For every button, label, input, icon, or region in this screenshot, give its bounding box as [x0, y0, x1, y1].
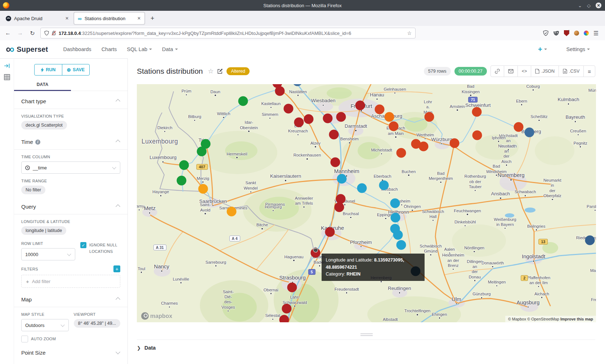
- tab-data[interactable]: DATA: [14, 78, 71, 91]
- scatter-point[interactable]: [294, 117, 304, 127]
- run-button[interactable]: RUN: [35, 64, 62, 75]
- map-canvas[interactable]: Longitude and Latitude: 8.1359273095, 48…: [137, 84, 596, 322]
- section-map[interactable]: Map: [21, 288, 120, 307]
- favorite-star-icon[interactable]: ☆: [208, 67, 214, 75]
- scatter-point[interactable]: [472, 107, 481, 117]
- scatter-point[interactable]: [275, 86, 284, 96]
- scatter-point[interactable]: [357, 183, 367, 193]
- nav-data[interactable]: Data: [162, 46, 178, 52]
- scatter-point[interactable]: [355, 100, 365, 110]
- add-filter-plus-button[interactable]: +: [113, 265, 120, 272]
- section-chart-type[interactable]: Chart type: [21, 91, 120, 109]
- export-json-button[interactable]: .JSON: [531, 66, 559, 77]
- ublock-icon[interactable]: 2: [564, 30, 569, 36]
- back-button[interactable]: ←: [4, 30, 12, 36]
- save-button[interactable]: ⊕ SAVE: [62, 64, 90, 75]
- dataset-grid-icon[interactable]: [4, 74, 10, 80]
- add-filter-box[interactable]: + Add filter: [21, 275, 120, 288]
- scatter-point[interactable]: [393, 230, 403, 240]
- scatter-point[interactable]: [425, 112, 434, 122]
- scatter-point[interactable]: [176, 176, 186, 186]
- url-bar[interactable]: 172.18.0.4 :32251/superset/explore/?form…: [40, 28, 416, 38]
- lock-insecure-icon[interactable]: [51, 31, 56, 36]
- scatter-point[interactable]: [198, 184, 208, 194]
- export-csv-button[interactable]: .CSV: [559, 66, 583, 77]
- extension-pinwheel-icon[interactable]: [584, 31, 589, 36]
- time-column-select[interactable]: __time: [21, 161, 120, 174]
- scatter-point[interactable]: [238, 96, 248, 106]
- edit-properties-icon[interactable]: [217, 68, 223, 74]
- chart-menu-button[interactable]: ≡: [583, 66, 595, 77]
- section-time[interactable]: Time i: [21, 129, 120, 149]
- tab-apache-druid[interactable]: Apache Druid ✕: [2, 13, 72, 24]
- scatter-point[interactable]: [337, 174, 346, 184]
- viewport-value[interactable]: 8° 46' 45.28" | 49...: [74, 319, 120, 328]
- scatter-point[interactable]: [304, 114, 313, 124]
- scatter-point[interactable]: [450, 138, 460, 148]
- tab-stations-distribution[interactable]: ∞ Stations distribution ✕: [74, 12, 145, 24]
- scatter-point[interactable]: [585, 235, 595, 245]
- scatter-point[interactable]: [287, 282, 297, 292]
- shield-icon[interactable]: [44, 31, 49, 36]
- scatter-point[interactable]: [329, 130, 339, 140]
- forward-button[interactable]: →: [16, 30, 24, 36]
- ignore-null-checkbox[interactable]: ✓: [80, 242, 86, 248]
- tab-close-icon[interactable]: ✕: [137, 16, 141, 21]
- scatter-point[interactable]: [325, 227, 335, 237]
- scatter-point[interactable]: [179, 160, 189, 170]
- scatter-point[interactable]: [335, 202, 344, 212]
- copy-link-button[interactable]: [491, 66, 504, 77]
- nav-charts[interactable]: Charts: [102, 46, 117, 52]
- scatter-point[interactable]: [390, 213, 400, 223]
- scatter-point[interactable]: [336, 112, 346, 122]
- data-results-section[interactable]: ❯ Data: [137, 340, 595, 351]
- section-point-size[interactable]: Point Size: [21, 342, 120, 360]
- scatter-point[interactable]: [323, 114, 333, 123]
- altered-badge[interactable]: Altered: [227, 67, 250, 75]
- attrib-improve-link[interactable]: Improve this map: [560, 317, 593, 321]
- map-style-select[interactable]: Outdoors: [21, 319, 69, 331]
- superset-logo[interactable]: ∞ Superset: [6, 44, 48, 54]
- browser-menu-icon[interactable]: ☰: [593, 30, 599, 37]
- resize-drag-handle[interactable]: [360, 332, 373, 337]
- scatter-point[interactable]: [282, 304, 291, 313]
- tab-close-icon[interactable]: ✕: [65, 16, 69, 21]
- mapbox-logo[interactable]: mapbox: [141, 312, 172, 320]
- nav-sql-lab[interactable]: SQL Lab: [127, 46, 152, 52]
- scatter-point[interactable]: [197, 146, 206, 156]
- scatter-point[interactable]: [389, 121, 398, 131]
- cookie-icon[interactable]: [574, 31, 579, 36]
- scatter-point[interactable]: [390, 199, 400, 208]
- settings-menu[interactable]: Settings: [566, 46, 590, 52]
- viz-type-value[interactable]: deck.gl Scatterplot: [21, 121, 67, 129]
- bookmark-star-icon[interactable]: ☆: [407, 30, 412, 36]
- window-close-icon[interactable]: ✕: [596, 3, 601, 8]
- protections-shield-icon[interactable]: [543, 30, 548, 36]
- window-minimize-icon[interactable]: ⌄: [578, 3, 582, 8]
- new-tab-button[interactable]: +: [146, 15, 159, 22]
- scatter-point[interactable]: [330, 158, 340, 167]
- scatter-point[interactable]: [283, 104, 293, 113]
- scatter-point[interactable]: [385, 112, 394, 122]
- attrib-osm[interactable]: © OpenStreetMap: [527, 317, 559, 321]
- reload-button[interactable]: ↻: [28, 30, 37, 37]
- row-limit-select[interactable]: 10000: [21, 248, 75, 260]
- scatter-point[interactable]: [375, 104, 385, 114]
- scatter-point[interactable]: [514, 122, 523, 132]
- attrib-mapbox[interactable]: © Mapbox: [508, 317, 526, 321]
- auto-zoom-checkbox[interactable]: [21, 336, 28, 342]
- scatter-point[interactable]: [472, 131, 482, 140]
- scatter-point[interactable]: [396, 148, 406, 158]
- nav-dashboards[interactable]: Dashboards: [63, 46, 91, 52]
- container-mask-icon[interactable]: [553, 31, 559, 36]
- window-maximize-icon[interactable]: ◇: [587, 3, 591, 8]
- scatter-point[interactable]: [227, 206, 236, 216]
- scatter-point[interactable]: [279, 315, 289, 322]
- time-range-value[interactable]: No filter: [21, 186, 45, 194]
- section-query[interactable]: Query: [21, 194, 120, 214]
- collapse-panel-icon[interactable]: [4, 63, 10, 68]
- lonlat-value[interactable]: longitude | latitude: [21, 226, 66, 235]
- add-new-button[interactable]: +: [538, 45, 547, 54]
- scatter-point[interactable]: [396, 240, 406, 250]
- scatter-point[interactable]: [525, 127, 534, 137]
